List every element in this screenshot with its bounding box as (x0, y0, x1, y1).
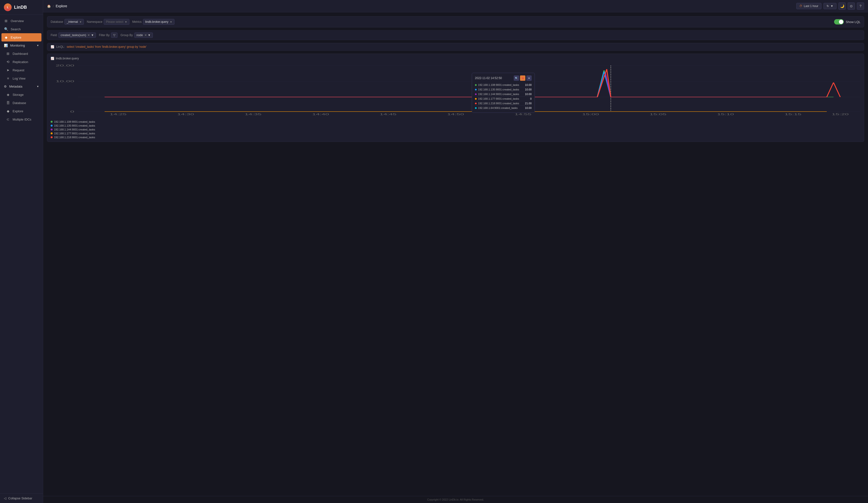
svg-text:15:10: 15:10 (717, 113, 734, 116)
sidebar-label-storage: Storage (13, 93, 24, 97)
sidebar-item-logview[interactable]: ≡ Log View (2, 74, 43, 82)
primary-filter-bar: Database _internal ▼ Namespace Please se… (47, 16, 864, 27)
content-area: Database _internal ▼ Namespace Please se… (43, 12, 868, 496)
tooltip-dot (475, 89, 477, 90)
metrics-filter-label: Metrics (132, 20, 142, 23)
time-range-label: Last 1 hour (804, 4, 818, 8)
chart-legend: 192.168.1.108:9001:created_tasks192.168.… (51, 120, 860, 139)
sidebar-item-multiple-idcs[interactable]: ⊂ Multiple IDCs (2, 115, 43, 123)
main-content: 🏠 / Explore ⏱ Last 1 hour ↻ ▼ 🌙 ⊙ ? (43, 0, 868, 503)
tooltip-value: 10.00 (525, 93, 532, 95)
topbar-left: 🏠 / Explore (47, 4, 67, 8)
tooltip-row: 192.168.1.108:9001:created_tasks 10.00 (475, 83, 532, 87)
field-chip[interactable]: created_tasks(sum) ✕ ▼ (59, 32, 96, 38)
show-lql-label: Show LQL (846, 20, 860, 24)
sidebar-item-database[interactable]: 🗄 Database (2, 99, 43, 107)
filterby-icon: ▽ (113, 33, 115, 37)
namespace-select[interactable]: Please select ▼ (104, 19, 129, 25)
topbar-right: ⏱ Last 1 hour ↻ ▼ 🌙 ⊙ ? (796, 2, 864, 10)
groupby-chip-arrow[interactable]: ▼ (148, 33, 151, 37)
legend-item: 192.168.1.218:9001:created_tasks (51, 136, 860, 139)
svg-text:14:35: 14:35 (245, 113, 262, 116)
field-chip-remove[interactable]: ✕ (87, 33, 90, 37)
tooltip-pin-btn[interactable]: 📌 (520, 76, 525, 81)
svg-text:15:05: 15:05 (650, 113, 666, 116)
sidebar-item-dashboard[interactable]: ⊞ Dashboard (2, 50, 43, 58)
tooltip-search-btn[interactable]: 🔍 (514, 76, 519, 81)
svg-text:15:00: 15:00 (582, 113, 599, 116)
sidebar-section-metadata[interactable]: ⚙ Metadata ▼ (0, 82, 43, 90)
grid-icon: ⊞ (4, 19, 8, 23)
sidebar-label-search: Search (11, 27, 21, 31)
tooltip-dot (475, 93, 477, 95)
sidebar-item-search[interactable]: 🔍 Search (0, 25, 43, 33)
field-chip-arrow[interactable]: ▼ (91, 33, 94, 37)
legend-dot (51, 132, 53, 134)
groupby-chip[interactable]: node ✕ ▼ (134, 32, 153, 38)
tooltip-row: 192.168.1.177:9001:created_tasks 0 (475, 97, 532, 101)
groupby-chip-remove[interactable]: ✕ (144, 33, 147, 37)
moon-button[interactable]: 🌙 (838, 2, 846, 10)
sidebar-section-metadata-label: Metadata (9, 85, 22, 88)
tooltip-actions: 🔍 📌 ✕ (514, 76, 532, 81)
namespace-filter-group: Namespace Please select ▼ (87, 19, 129, 25)
tooltip-close-btn[interactable]: ✕ (526, 76, 532, 81)
legend-dot (51, 125, 53, 127)
sidebar-section-monitoring[interactable]: 📊 Monitoring ▼ (0, 41, 43, 50)
help-icon: ? (859, 4, 861, 8)
time-range-button[interactable]: ⏱ Last 1 hour (796, 3, 822, 9)
tooltip-dot (475, 103, 477, 104)
sidebar-section-monitoring-label: Monitoring (10, 44, 25, 47)
sidebar-item-storage[interactable]: ◈ Storage (2, 90, 43, 99)
tooltip-dot (475, 98, 477, 100)
logo-icon: L (4, 3, 12, 11)
svg-text:0: 0 (70, 110, 74, 113)
refresh-button[interactable]: ↻ ▼ (824, 3, 837, 9)
tooltip-row: 192.168.1.218:9001:created_tasks 21.00 (475, 101, 532, 106)
topbar: 🏠 / Explore ⏱ Last 1 hour ↻ ▼ 🌙 ⊙ ? (43, 0, 868, 12)
sidebar-label-request: Request (13, 68, 24, 72)
sidebar-item-overview[interactable]: ⊞ Overview (0, 17, 43, 25)
svg-text:10.00: 10.00 (56, 80, 74, 83)
sidebar-item-request[interactable]: ➤ Request (2, 66, 43, 74)
legend-dot (51, 121, 53, 123)
logview-icon: ≡ (6, 77, 10, 80)
sidebar-label-logview: Log View (13, 77, 25, 80)
sidebar-label-replication: Replication (13, 60, 28, 64)
help-button[interactable]: ? (857, 2, 864, 10)
collapse-sidebar-label: Collapse Sidebar (8, 496, 32, 500)
svg-text:14:50: 14:50 (447, 113, 464, 116)
metrics-select[interactable]: lindb.broker.query ▼ (143, 19, 174, 25)
legend-dot (51, 129, 53, 130)
explore-meta-icon: ◆ (6, 109, 10, 113)
chart-title-text: lindb.broker.query (56, 57, 79, 60)
show-lql-toggle[interactable] (834, 19, 844, 24)
linq-chart-icon: 📈 (51, 45, 54, 49)
tooltip-value: 10.00 (525, 88, 532, 91)
field-filter-label: Field (51, 33, 57, 37)
sidebar-item-explore-meta[interactable]: ◆ Explore (2, 107, 43, 115)
namespace-select-arrow: ▼ (125, 21, 127, 23)
legend-item: 192.168.1.177:9001:created_tasks (51, 132, 860, 135)
chart-area[interactable]: 20.00 10.00 0 14:25 14:30 14:35 14:40 14… (51, 63, 860, 117)
filterby-chip[interactable]: ▽ (111, 32, 117, 38)
sidebar-item-replication[interactable]: ⟲ Replication (2, 58, 43, 66)
github-button[interactable]: ⊙ (848, 2, 855, 10)
footer: Copyright © 2022 LinDb.io. All Rights Re… (43, 496, 868, 503)
home-icon[interactable]: 🏠 (47, 4, 51, 8)
tooltip-value: 10.00 (525, 107, 532, 109)
svg-text:15:15: 15:15 (785, 113, 802, 116)
tooltip-timestamp: 2022-11-02 14:52:50 (475, 77, 502, 80)
database-select[interactable]: _internal ▼ (64, 19, 84, 25)
sidebar-label-multiple-idcs: Multiple IDCs (13, 118, 31, 121)
toggle-knob (839, 20, 843, 24)
sidebar-item-explore[interactable]: ◆ Explore (1, 33, 41, 41)
breadcrumb-separator: / (53, 4, 54, 8)
legend-item: 192.168.1.108:9001:created_tasks (51, 120, 860, 123)
refresh-icon: ↻ (827, 4, 829, 8)
collapse-sidebar-button[interactable]: ◁ Collapse Sidebar (0, 493, 43, 503)
linq-label: LinQL: (56, 45, 65, 49)
legend-item: 192.168.1.135:9001:created_tasks (51, 124, 860, 127)
monitoring-icon: 📊 (4, 44, 8, 47)
clock-icon: ⏱ (799, 4, 802, 8)
